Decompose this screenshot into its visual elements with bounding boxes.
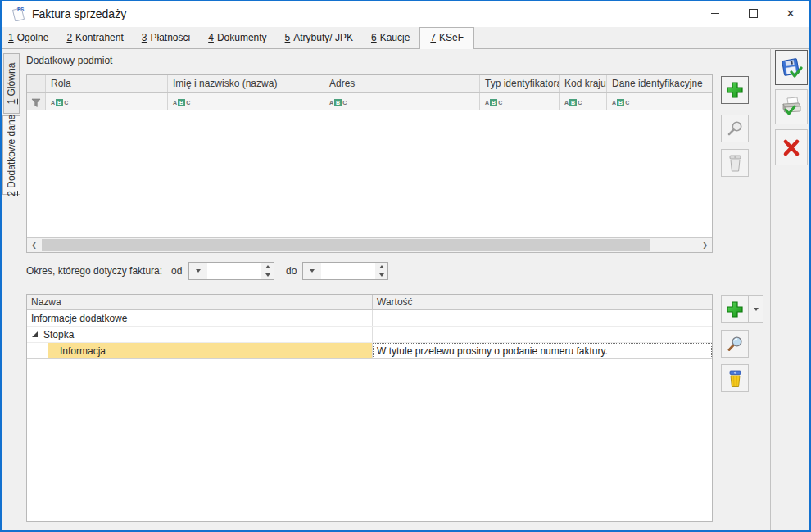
od-dropdown-button[interactable]	[188, 262, 208, 280]
close-button[interactable]: ✕	[772, 1, 809, 26]
row-stopka[interactable]: Stopka	[27, 327, 712, 343]
scrollbar-thumb[interactable]	[42, 239, 650, 251]
tab-ksef[interactable]: 7KSeF	[419, 27, 474, 49]
horizontal-scrollbar[interactable]: ❮ ❯	[27, 237, 712, 252]
filter-cell-rola[interactable]: ABC	[46, 93, 168, 110]
minimize-icon	[711, 13, 719, 14]
column-header-rola[interactable]: Rola	[46, 75, 168, 92]
arrow-up-icon	[265, 265, 270, 268]
filter-cell-kod-kraju[interactable]: ABC	[560, 93, 607, 110]
add-podmiot-button[interactable]	[721, 76, 749, 104]
tree-indent	[27, 343, 48, 358]
abc-filter-icon: ABC	[51, 99, 68, 106]
delete-atrybut-button[interactable]	[721, 364, 749, 392]
abc-filter-icon: ABC	[329, 99, 347, 106]
do-date-input[interactable]	[321, 262, 376, 280]
side-tab-dodatkowe-dane[interactable]: 2Dodatkowe dane	[2, 115, 20, 195]
right-panel-separator	[770, 48, 771, 530]
minimize-button[interactable]	[696, 1, 734, 26]
value-cell-stopka[interactable]	[373, 327, 712, 342]
tab-kaucje[interactable]: 6Kaucje	[371, 32, 410, 48]
delete-podmiot-button[interactable]	[721, 149, 749, 177]
value-cell-informacje-dodatkowe[interactable]	[373, 310, 712, 326]
magnifier-disabled-icon	[726, 119, 744, 138]
invoice-window: FS Faktura sprzedaży ✕ 1Ogólne 2Kontrahe…	[0, 0, 811, 532]
upper-grid-header: Rola Imię i nazwisko (nazwa) Adres Typ i…	[27, 75, 712, 93]
do-dropdown-button[interactable]	[302, 262, 322, 280]
do-spin-up[interactable]	[375, 263, 387, 271]
cancel-button[interactable]	[775, 129, 808, 165]
period-label: Okres, którego dotyczy faktura:	[26, 265, 162, 277]
column-header-kod-kraju[interactable]: Kod kraju	[560, 75, 607, 92]
value-editor[interactable]: W tytule przelewu prosimy o podanie nume…	[373, 343, 712, 358]
filter-cell-imie-nazwisko[interactable]: ABC	[168, 93, 324, 110]
preview-podmiot-button[interactable]	[721, 115, 749, 142]
magnifier-icon	[726, 335, 744, 353]
do-spinner[interactable]	[375, 262, 388, 280]
lower-grid-header: Nazwa Wartość	[27, 295, 712, 310]
printer-icon	[780, 97, 803, 118]
tab-platnosci[interactable]: 3Płatności	[142, 32, 190, 48]
od-spin-up[interactable]	[261, 263, 274, 271]
column-header-nazwa[interactable]: Nazwa	[27, 295, 373, 309]
value-cell-informacja[interactable]: W tytule przelewu prosimy o podanie nume…	[373, 343, 712, 358]
preview-atrybut-button[interactable]	[721, 330, 749, 358]
upper-grid-filter-row: ABC ABC ABC ABC ABC ABC	[27, 93, 712, 110]
selected-name-cell[interactable]: Informacja	[48, 343, 372, 358]
fs-icon-text: FS	[17, 7, 25, 12]
maximize-button[interactable]	[734, 1, 772, 26]
close-icon: ✕	[786, 8, 795, 19]
tab-dokumenty[interactable]: 4Dokumenty	[208, 32, 266, 48]
scroll-left-button[interactable]: ❮	[27, 239, 41, 251]
save-button[interactable]	[775, 50, 808, 85]
print-button[interactable]	[775, 89, 808, 124]
add-atrybut-split-button[interactable]	[721, 295, 763, 323]
chevron-down-icon	[754, 308, 759, 311]
od-date-input[interactable]	[207, 262, 262, 280]
column-header-wartosc[interactable]: Wartość	[373, 295, 712, 309]
fs-document-icon: FS	[11, 7, 25, 21]
filter-cell-dane-identyfikacyjne[interactable]: ABC	[607, 93, 712, 110]
funnel-icon	[30, 97, 42, 108]
add-atrybut-button[interactable]	[722, 296, 748, 322]
do-spin-down[interactable]	[375, 271, 387, 279]
column-header-adres[interactable]: Adres	[324, 75, 480, 92]
arrow-down-icon	[265, 273, 270, 277]
arrow-down-icon	[379, 273, 384, 277]
window-title: Faktura sprzedaży	[32, 7, 126, 20]
abc-filter-icon: ABC	[173, 99, 190, 106]
scroll-right-button[interactable]: ❯	[698, 239, 712, 251]
expander-icon[interactable]	[32, 331, 38, 337]
save-icon	[780, 56, 803, 79]
row-informacje-dodatkowe[interactable]: Informacje dodatkowe	[27, 310, 712, 327]
page-left-border	[20, 48, 20, 530]
arrow-up-icon	[379, 265, 384, 268]
abc-filter-icon: ABC	[564, 99, 582, 106]
add-atrybut-dropdown[interactable]	[748, 296, 763, 322]
side-tab-glowna[interactable]: 1Główna	[3, 53, 20, 114]
od-spin-down[interactable]	[261, 271, 274, 279]
abc-filter-icon: ABC	[612, 99, 629, 106]
plus-icon	[725, 300, 745, 319]
chevron-right-icon: ❯	[702, 241, 708, 249]
filter-funnel-cell[interactable]	[27, 93, 46, 110]
trash-icon	[727, 368, 743, 388]
maximize-icon	[749, 9, 758, 18]
column-header-dane-identyfikacyjne[interactable]: Dane identyfikacyjne	[607, 75, 712, 92]
titlebar: FS Faktura sprzedaży ✕	[2, 1, 809, 27]
tab-atrybuty-jpk[interactable]: 5Atrybuty/ JPK	[285, 32, 353, 48]
cancel-x-icon	[781, 137, 802, 158]
filter-cell-adres[interactable]: ABC	[324, 93, 480, 110]
row-informacja[interactable]: Informacja W tytule przelewu prosimy o p…	[27, 343, 712, 359]
plus-icon	[725, 80, 745, 100]
filter-cell-typ-identyfikatora[interactable]: ABC	[480, 93, 560, 110]
od-label: od	[171, 265, 182, 277]
tab-kontrahent[interactable]: 2Kontrahent	[66, 32, 123, 48]
od-spinner[interactable]	[261, 262, 274, 280]
chevron-down-icon	[310, 269, 315, 273]
chevron-down-icon	[196, 269, 201, 273]
column-header-imie-nazwisko[interactable]: Imię i nazwisko (nazwa)	[168, 75, 324, 92]
column-header-typ-identyfikatora[interactable]: Typ identyfikatora	[480, 75, 560, 92]
atrybuty-grid: Nazwa Wartość Informacje dodatkowe Stopk…	[26, 294, 713, 522]
tab-ogolne[interactable]: 1Ogólne	[8, 32, 48, 48]
